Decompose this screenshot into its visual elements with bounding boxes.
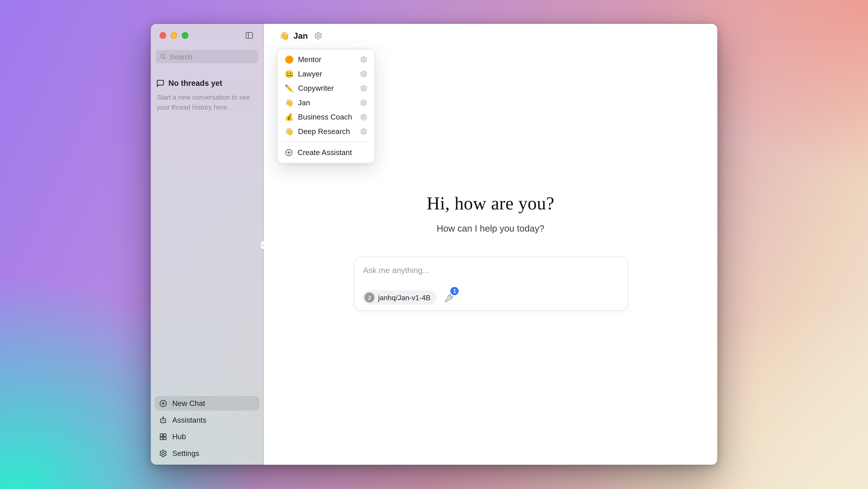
close-button[interactable] (160, 32, 166, 39)
sidebar-spacer (151, 113, 263, 396)
wrench-icon (444, 294, 453, 303)
grid-icon (159, 432, 167, 441)
assistant-label: Business Coach (298, 113, 355, 121)
titlebar (151, 24, 263, 47)
sidebar-item-assistants[interactable]: Assistants (155, 413, 259, 427)
zoom-button[interactable] (182, 32, 188, 39)
sidebar-item-hub[interactable]: Hub (155, 429, 259, 444)
plus-circle-icon (159, 399, 167, 407)
chat-bubble-icon (156, 79, 164, 87)
assistant-emoji: 🟠 (285, 56, 293, 63)
assistant-label: Jan (298, 98, 355, 106)
minimize-button[interactable] (171, 32, 177, 39)
greeting-block: Hi, how are you? How can I help you toda… (264, 193, 717, 234)
assistant-gear-button[interactable] (360, 113, 367, 120)
assistant-menu: 🟠 Mentor 🤐 Lawyer ✏️ Copywriter 👋 Jan (277, 49, 375, 163)
main-header: 👋 Jan (264, 24, 717, 48)
assistant-label: Deep Research (298, 127, 355, 135)
gear-icon (314, 31, 322, 40)
message-input[interactable] (363, 266, 618, 275)
gear-icon (360, 70, 367, 78)
empty-state-title-row: No threads yet (156, 79, 253, 87)
sidebar-item-label: New Chat (172, 399, 205, 407)
plus-circle-icon (285, 148, 293, 156)
assistant-gear-button[interactable] (360, 85, 367, 92)
main-panel: 👋 Jan 🟠 Mentor 🤐 Lawyer (264, 24, 717, 465)
model-name: janhq/Jan-v1-4B (378, 294, 431, 302)
sidebar-item-label: Assistants (172, 416, 207, 424)
model-selector-pill[interactable]: J janhq/Jan-v1-4B (362, 290, 437, 305)
tools-button[interactable]: 1 (444, 293, 454, 302)
sidebar-item-label: Hub (172, 432, 186, 441)
gear-icon (360, 128, 367, 135)
model-avatar: J (364, 293, 374, 302)
assistant-emoji: ✏️ (285, 85, 293, 92)
assistant-menu-item-mentor[interactable]: 🟠 Mentor (280, 52, 372, 66)
assistant-emoji: 👋 (285, 128, 293, 135)
gear-icon (360, 56, 367, 63)
assistant-menu-item-lawyer[interactable]: 🤐 Lawyer (280, 66, 372, 81)
wave-emoji: 👋 (279, 31, 289, 40)
search-input[interactable] (169, 52, 254, 61)
sidebar-item-new-chat[interactable]: New Chat (155, 396, 259, 410)
menu-divider (282, 141, 370, 142)
assistant-settings-button[interactable] (314, 31, 322, 40)
assistant-title: Jan (293, 31, 308, 40)
create-assistant-item[interactable]: Create Assistant (280, 145, 372, 160)
assistant-label: Copywriter (298, 84, 355, 92)
empty-state-title: No threads yet (168, 79, 222, 87)
composer: J janhq/Jan-v1-4B 1 (353, 256, 627, 311)
assistant-emoji: 👋 (285, 99, 293, 106)
assistant-emoji: 💰 (285, 113, 293, 120)
sidebar-item-settings[interactable]: Settings (155, 446, 259, 460)
greeting-title: Hi, how are you? (264, 193, 717, 214)
assistant-gear-button[interactable] (360, 99, 367, 106)
assistant-menu-item-deep-research[interactable]: 👋 Deep Research (280, 124, 372, 139)
gear-icon (360, 113, 367, 120)
create-assistant-label: Create Assistant (298, 148, 352, 156)
greeting-subtitle: How can I help you today? (264, 223, 717, 234)
gear-icon (360, 99, 367, 106)
bot-icon (159, 416, 167, 424)
sidebar: No threads yet Start a new conversation … (151, 24, 264, 465)
empty-state: No threads yet Start a new conversation … (156, 79, 253, 112)
sidebar-panel-icon (245, 31, 254, 40)
assistant-gear-button[interactable] (360, 70, 367, 78)
search-icon (160, 53, 166, 60)
assistant-label: Mentor (298, 55, 355, 63)
composer-toolbar: J janhq/Jan-v1-4B 1 (362, 290, 454, 305)
app-window: No threads yet Start a new conversation … (151, 24, 717, 465)
gear-icon (360, 85, 367, 92)
assistant-label: Lawyer (298, 69, 355, 78)
search-field[interactable] (156, 50, 258, 63)
gear-icon (159, 449, 167, 457)
sidebar-nav: New Chat Assistants Hub Settings (151, 396, 263, 464)
sidebar-toggle-button[interactable] (244, 31, 254, 40)
assistant-menu-item-jan[interactable]: 👋 Jan (280, 95, 372, 110)
sidebar-item-label: Settings (172, 449, 199, 457)
assistant-menu-item-copywriter[interactable]: ✏️ Copywriter (280, 81, 372, 95)
tools-count-badge: 1 (451, 287, 459, 295)
desktop-wallpaper: No threads yet Start a new conversation … (0, 0, 868, 489)
assistant-emoji: 🤐 (285, 70, 293, 78)
assistant-gear-button[interactable] (360, 128, 367, 135)
assistant-menu-item-business-coach[interactable]: 💰 Business Coach (280, 110, 372, 124)
assistant-gear-button[interactable] (360, 56, 367, 63)
empty-state-subtitle: Start a new conversation to see your thr… (157, 93, 253, 113)
